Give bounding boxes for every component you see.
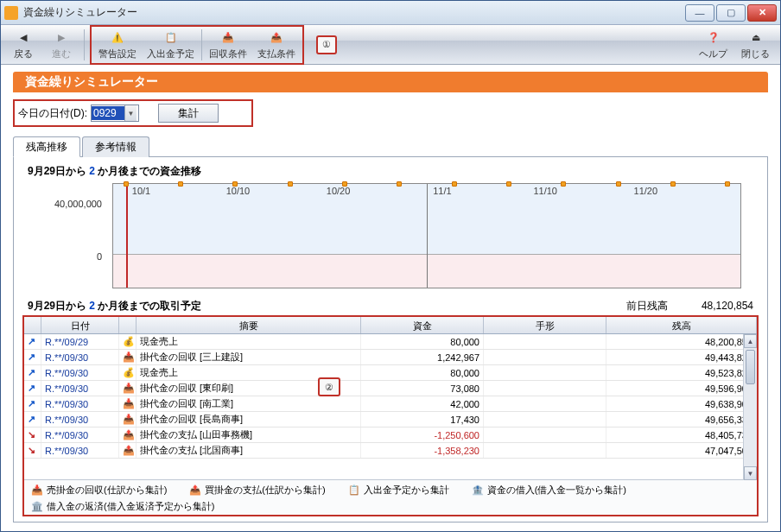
cell-balance: 49,443,821 — [606, 350, 757, 364]
forward-icon: ▶ — [53, 29, 70, 47]
borrow-icon: 🏦 — [472, 484, 484, 496]
tab-balance-trend[interactable]: 残高推移 — [13, 136, 80, 157]
cell-balance: 49,656,331 — [606, 412, 757, 427]
back-icon: ◀ — [15, 29, 32, 47]
scroll-up-button[interactable]: ▲ — [744, 334, 757, 348]
row-type-icon: 💰 — [119, 334, 137, 349]
transactions-grid: 日付 摘要 資金 手形 残高 ↗R.**/09/29💰現金売上80,00048,… — [24, 317, 757, 479]
cell-note — [484, 396, 606, 411]
legend-area: 📥売掛金の回収(仕訳から集計) 📤買掛金の支払(仕訳から集計) 📋入出金予定から… — [24, 479, 757, 515]
cell-date: R.**/09/30 — [41, 350, 119, 364]
tab-reference-info[interactable]: 参考情報 — [82, 136, 149, 157]
cell-fund: -1,358,230 — [361, 443, 484, 458]
io-schedule-button[interactable]: 📋 入出金予定 — [142, 28, 200, 62]
cell-date: R.**/09/30 — [41, 365, 119, 380]
date-combo[interactable]: ▼ — [91, 104, 139, 122]
table-row[interactable]: ↘R.**/09/30📤掛代金の支払 [山田事務機]-1,250,60048,4… — [24, 428, 757, 443]
x-tick-label: 10/1 — [132, 186, 150, 196]
pay-icon: 📤 — [268, 29, 285, 47]
arrow-up-icon: ↗ — [28, 367, 35, 378]
app-icon — [4, 6, 18, 20]
close-button[interactable]: ⏏ 閉じる — [736, 28, 775, 62]
callout-1: ① — [316, 35, 337, 54]
x-tick-label: 11/1 — [433, 186, 451, 196]
cell-date: R.**/09/30 — [41, 443, 119, 458]
cell-note — [484, 350, 606, 364]
cell-desc: 掛代金の回収 [南工業] — [137, 396, 361, 411]
tabstrip: 残高推移 参考情報 — [13, 136, 768, 157]
cell-desc: 掛代金の回収 [三上建設] — [137, 350, 361, 364]
close-window-button[interactable]: ✕ — [747, 4, 777, 22]
cell-note — [484, 412, 606, 427]
vertical-scrollbar[interactable]: ▲ ▼ — [743, 334, 757, 480]
cell-desc: 現金売上 — [137, 334, 361, 349]
balance-chart: 40,000,000 0 10/1 10/10 10/20 11/1 11/10… — [22, 181, 759, 292]
repay-icon: 🏛️ — [31, 501, 43, 512]
legend-payable: 📤買掛金の支払(仕訳から集計) — [189, 484, 325, 497]
pay-cond-button[interactable]: 📤 支払条件 — [252, 28, 301, 62]
cell-balance: 49,596,901 — [606, 381, 757, 396]
arrow-up-icon: ↗ — [28, 336, 35, 347]
y-tick-label: 40,000,000 — [54, 199, 102, 209]
table-row[interactable]: ↘R.**/09/30📤掛代金の支払 [北国商事]-1,358,23047,04… — [24, 443, 757, 459]
table-row[interactable]: ↗R.**/09/29💰現金売上80,00048,200,854 — [24, 334, 757, 350]
pay-icon: 📤 — [189, 484, 201, 496]
recv-cond-label: 回収条件 — [209, 48, 247, 60]
recv-cond-button[interactable]: 📥 回収条件 — [204, 28, 252, 62]
table-row[interactable]: ↗R.**/09/30💰現金売上80,00049,523,821 — [24, 365, 757, 381]
aggregate-button[interactable]: 集計 — [158, 104, 219, 123]
prev-balance-label: 前日残高 — [626, 300, 668, 312]
forward-button[interactable]: ▶ 進む — [44, 28, 79, 62]
cell-fund: 80,000 — [361, 365, 484, 380]
alert-settings-button[interactable]: ⚠️ 警告設定 — [93, 28, 142, 62]
row-type-icon: 📥 — [119, 350, 137, 364]
io-schedule-label: 入出金予定 — [147, 48, 194, 60]
row-type-icon: 📥 — [119, 381, 137, 396]
cell-note — [484, 443, 606, 458]
scroll-thumb[interactable] — [746, 350, 755, 384]
toolbar: ◀ 戻る ▶ 進む ⚠️ 警告設定 📋 入出金予定 📥 回収条件 📤 — [1, 25, 780, 65]
pay-cond-label: 支払条件 — [257, 48, 295, 60]
cell-date: R.**/09/30 — [41, 396, 119, 411]
col-balance[interactable]: 残高 — [606, 317, 757, 333]
arrow-down-icon: ↘ — [28, 429, 35, 440]
transactions-table-highlight: ② 日付 摘要 資金 手形 残高 ↗R.**/09/29💰現金売上80,0004… — [22, 315, 759, 516]
minimize-button[interactable]: — — [685, 4, 714, 22]
cell-fund: 80,000 — [361, 334, 484, 349]
help-button[interactable]: ❓ ヘルプ — [694, 28, 733, 62]
maximize-button[interactable]: ▢ — [716, 4, 746, 22]
alert-settings-label: 警告設定 — [98, 48, 137, 60]
chart-plot-area: 10/1 10/10 10/20 11/1 11/10 11/20 — [112, 183, 741, 288]
x-tick-label: 10/20 — [327, 186, 351, 196]
cell-desc: 掛代金の支払 [北国商事] — [137, 443, 361, 458]
table-row[interactable]: ↗R.**/09/30📥掛代金の回収 [東印刷]73,08049,596,901 — [24, 381, 757, 396]
arrow-down-icon: ↘ — [28, 445, 35, 456]
cell-note — [484, 428, 606, 442]
legend-repay: 🏛️借入金の返済(借入金返済予定から集計) — [31, 500, 214, 513]
col-fund[interactable]: 資金 — [361, 317, 484, 333]
date-dropdown-icon[interactable]: ▼ — [124, 105, 137, 121]
col-desc[interactable]: 摘要 — [137, 317, 361, 333]
table-header-prefix: 9月29日から — [28, 300, 89, 312]
col-note[interactable]: 手形 — [484, 317, 606, 333]
page-title: 資金繰りシミュレーター — [13, 72, 768, 92]
cell-desc: 掛代金の回収 [長島商事] — [137, 412, 361, 427]
x-tick-label: 11/10 — [533, 186, 557, 196]
col-date[interactable]: 日付 — [41, 317, 119, 333]
window-title: 資金繰りシミュレーター — [23, 5, 685, 20]
date-input[interactable] — [92, 106, 124, 120]
legend-borrow: 🏦資金の借入(借入金一覧から集計) — [472, 484, 626, 497]
row-type-icon: 📤 — [119, 443, 137, 458]
cell-date: R.**/09/30 — [41, 381, 119, 396]
back-button[interactable]: ◀ 戻る — [6, 28, 41, 62]
exit-icon: ⏏ — [747, 29, 765, 47]
table-row[interactable]: ↗R.**/09/30📥掛代金の回収 [南工業]42,00049,638,901 — [24, 396, 757, 412]
date-row-highlight: 今日の日付(D): ▼ 集計 — [13, 99, 253, 127]
arrow-up-icon: ↗ — [28, 414, 35, 425]
calendar-icon: 📋 — [162, 29, 180, 47]
scroll-down-button[interactable]: ▼ — [744, 466, 757, 480]
table-row[interactable]: ↗R.**/09/30📥掛代金の回収 [長島商事]17,43049,656,33… — [24, 412, 757, 428]
table-row[interactable]: ↗R.**/09/30📥掛代金の回収 [三上建設]1,242,96749,443… — [24, 350, 757, 365]
recv-icon: 📥 — [31, 484, 43, 496]
table-header-suffix: か月後までの取引予定 — [95, 300, 201, 312]
